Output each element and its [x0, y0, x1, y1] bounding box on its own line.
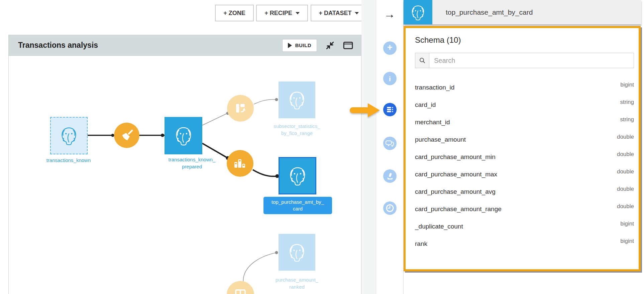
field-name: rank — [415, 240, 427, 248]
dataset-node-subsector-statistics[interactable] — [279, 82, 315, 118]
postgresql-icon — [409, 4, 427, 21]
field-name: card_id — [415, 101, 436, 109]
field-type: double — [617, 186, 634, 192]
rail-lab-icon[interactable] — [383, 169, 397, 183]
add-recipe-label: + RECIPE — [264, 10, 292, 17]
chevron-down-icon — [355, 12, 359, 14]
build-button[interactable]: BUILD — [282, 39, 317, 52]
add-dataset-button[interactable]: + DATASET — [311, 5, 367, 21]
label-line: purchase_amount_ — [260, 276, 334, 283]
schema-field-row[interactable]: card_purchase_amount_range double — [415, 200, 634, 218]
chevron-down-icon — [296, 12, 300, 14]
schema-field-row[interactable]: card_purchase_amount_min double — [415, 148, 634, 166]
clock-icon — [385, 203, 395, 213]
postgresql-icon — [287, 90, 307, 110]
schema-field-list: transaction_id bigint card_id string mer… — [415, 79, 634, 253]
info-icon: i — [389, 75, 391, 82]
search-icon-cell — [415, 53, 429, 68]
field-name: transaction_id — [415, 84, 454, 91]
field-type: string — [620, 99, 634, 106]
dataset-label-transactions-known[interactable]: transactions_known — [32, 157, 105, 164]
schema-panel: Schema (10) transaction_id bigint card_i… — [404, 26, 641, 271]
label-line: by_fico_range — [260, 130, 334, 137]
dataset-label-top-purchase-amt-by-card[interactable]: top_purchase_amt_by_ card — [263, 197, 332, 214]
label-line: ranked — [260, 283, 334, 290]
recipe-node-pivot[interactable] — [227, 95, 254, 122]
flow-zone-transactions-analysis: Transactions analysis BUILD — [8, 35, 361, 294]
postgresql-icon — [173, 125, 194, 146]
collapse-panel-arrow-icon[interactable]: → — [384, 7, 395, 21]
annotation-arrow-icon — [347, 101, 381, 120]
broom-icon — [118, 127, 135, 144]
dataset-label-subsector-statistics[interactable]: subsector_statistics_ by_fico_range — [260, 123, 334, 137]
recipe-node-prepare[interactable] — [114, 123, 139, 148]
right-details-panel: top_purchase_amt_by_card Schema (10) tra… — [403, 0, 641, 294]
schema-field-row[interactable]: rank bigint — [415, 235, 634, 253]
label-line: subsector_statistics_ — [260, 123, 334, 130]
field-type: double — [617, 203, 634, 210]
flow-canvas[interactable]: transactions_known transactions_known_ p… — [9, 56, 361, 294]
label-line: transactions_known_ — [155, 156, 229, 163]
rail-add-icon[interactable]: + — [383, 41, 397, 55]
schema-field-row[interactable]: transaction_id bigint — [415, 79, 634, 96]
search-icon — [419, 57, 426, 64]
panel-header: top_purchase_amt_by_card — [404, 0, 641, 24]
schema-field-row[interactable]: purchase_amount double — [415, 131, 634, 148]
add-zone-button[interactable]: + ZONE — [215, 5, 254, 21]
collapse-zone-icon[interactable] — [326, 41, 334, 50]
postgresql-icon — [287, 242, 307, 263]
dataset-node-transactions-known-prepared[interactable] — [165, 117, 202, 154]
add-dataset-label: + DATASET — [319, 10, 352, 17]
search-input[interactable] — [429, 53, 634, 68]
label-line: prepared — [155, 163, 229, 170]
schema-field-row[interactable]: card_purchase_amount_max double — [415, 166, 634, 183]
chat-bubbles-icon — [386, 139, 394, 148]
label-line: card — [265, 205, 331, 212]
add-recipe-button[interactable]: + RECIPE — [256, 5, 308, 21]
dataset-node-purchase-amount-ranked[interactable] — [279, 234, 315, 271]
microscope-icon — [386, 172, 394, 180]
field-type: double — [617, 168, 634, 175]
postgresql-icon — [59, 125, 79, 146]
label-line: top_purchase_amt_by_ — [265, 199, 331, 205]
zone-header: Transactions analysis BUILD — [9, 35, 361, 56]
postgresql-icon — [287, 165, 308, 186]
build-label: BUILD — [295, 42, 311, 48]
dataset-node-transactions-known[interactable] — [50, 117, 88, 154]
dataset-label-transactions-known-prepared[interactable]: transactions_known_ prepared — [155, 156, 229, 170]
schema-field-row[interactable]: _duplicate_count bigint — [415, 218, 634, 235]
field-name: merchant_id — [415, 119, 450, 126]
schema-heading: Schema (10) — [415, 35, 461, 45]
rail-discussions-icon[interactable] — [383, 137, 397, 150]
zone-title: Transactions analysis — [18, 41, 98, 50]
schema-field-row[interactable]: card_id string — [415, 96, 634, 114]
rail-schema-icon[interactable] — [383, 103, 397, 116]
flow-screen: + ZONE + RECIPE + DATASET Transactions a… — [0, 0, 644, 294]
field-type: string — [620, 116, 634, 123]
dataset-type-badge — [404, 0, 432, 24]
field-name: card_purchase_amount_range — [415, 205, 502, 213]
rail-info-icon[interactable]: i — [383, 72, 397, 85]
window-view-icon[interactable] — [343, 41, 353, 50]
play-icon — [288, 43, 292, 48]
schema-field-row[interactable]: merchant_id string — [415, 114, 634, 131]
schema-list-icon — [386, 106, 394, 114]
field-type: double — [617, 151, 634, 158]
field-type: bigint — [620, 220, 634, 227]
schema-field-row[interactable]: card_purchase_amount_avg double — [415, 183, 634, 200]
panel-gutter — [361, 0, 376, 294]
field-name: purchase_amount — [415, 136, 466, 143]
topn-bars-icon — [231, 155, 249, 172]
recipe-node-topn[interactable] — [227, 150, 253, 177]
dataset-label-purchase-amount-ranked[interactable]: purchase_amount_ ranked — [260, 276, 334, 290]
add-zone-label: + ZONE — [223, 10, 245, 17]
field-type: bigint — [620, 238, 634, 245]
rail-history-icon[interactable] — [383, 201, 397, 215]
dataset-node-top-purchase-amt-by-card[interactable] — [279, 157, 316, 194]
field-name: _duplicate_count — [415, 223, 463, 230]
window-recipe-icon — [232, 286, 249, 294]
pivot-icon — [233, 101, 248, 116]
field-type: bigint — [620, 82, 634, 88]
schema-search — [415, 53, 634, 68]
field-name: card_purchase_amount_avg — [415, 188, 496, 195]
